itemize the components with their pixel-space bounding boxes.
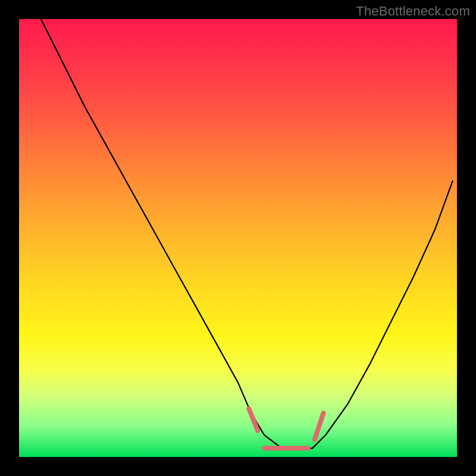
optimal-flat-right-exit <box>315 413 324 439</box>
bottleneck-curve-svg <box>19 19 457 457</box>
plot-area <box>19 19 457 457</box>
chart-container: TheBottleneck.com <box>0 0 476 476</box>
bottleneck-curve <box>41 19 453 448</box>
watermark-text: TheBottleneck.com <box>356 4 470 19</box>
optimal-flat-left-entry <box>249 409 258 431</box>
